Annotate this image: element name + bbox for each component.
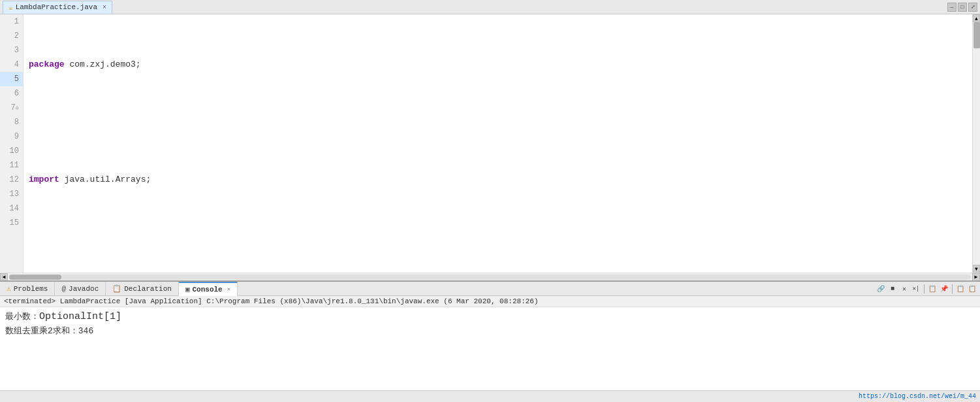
code-line-3: import java.util.Arrays; [29, 173, 972, 187]
toolbar-link-btn[interactable]: 🔗 [876, 284, 886, 294]
line-num-5: 5 [0, 72, 23, 86]
status-url[interactable]: https://blog.csdn.net/wei/m_44 [859, 393, 976, 400]
scroll-down-button[interactable]: ▼ [973, 265, 980, 273]
problems-icon: ⚠ [7, 284, 11, 293]
toolbar-separator2 [952, 284, 953, 293]
h-scroll-track [9, 275, 971, 280]
scroll-thumb[interactable] [973, 22, 980, 48]
line-num-1: 1 [0, 14, 23, 29]
toolbar-stop-btn[interactable]: ■ [887, 284, 898, 294]
code-line-1: package com.zxj.demo3; [29, 58, 972, 72]
tab-javadoc[interactable]: @ Javadoc [55, 282, 106, 296]
tab-close-button[interactable]: × [103, 4, 106, 11]
bottom-panel: ⚠ Problems @ Javadoc 📋 Declaration ▣ Con… [0, 280, 980, 390]
horizontal-scrollbar[interactable]: ◀ ▶ [0, 273, 980, 280]
console-line-2: 数组去重乘2求和：346 [5, 324, 975, 339]
problems-label: Problems [14, 285, 48, 293]
h-scroll-right-button[interactable]: ▶ [972, 273, 980, 281]
restore-button[interactable]: ⤢ [968, 3, 977, 12]
tab-declaration[interactable]: 📋 Declaration [106, 282, 179, 296]
line-num-8: 8 [0, 115, 23, 129]
maximize-button[interactable]: □ [958, 3, 967, 12]
scroll-up-button[interactable]: ▲ [973, 14, 980, 22]
line-num-9: 9 [0, 129, 23, 144]
editor-tab[interactable]: ☕ LambdaPractice.java × [3, 1, 112, 14]
line-num-6: 6 [0, 86, 23, 101]
tab-console[interactable]: ▣ Console ✕ [179, 282, 238, 296]
line-num-14: 14 [0, 201, 23, 216]
javadoc-icon: @ [61, 285, 66, 293]
toolbar-pin-btn[interactable]: 📌 [939, 284, 949, 294]
h-scroll-left-button[interactable]: ◀ [0, 273, 8, 281]
bottom-toolbar: 🔗 ■ ✕ ✕| 📋 📌 📋 📋 [876, 284, 980, 294]
console-label: Console [193, 286, 223, 293]
toolbar-view-btn[interactable]: 📋 [955, 284, 966, 294]
declaration-icon: 📋 [112, 284, 121, 293]
tab-bar: ☕ LambdaPractice.java × — □ ⤢ [0, 0, 980, 14]
console-terminated-text: <terminated> LambdaPractice [Java Applic… [4, 297, 539, 305]
console-close-icon[interactable]: ✕ [227, 286, 230, 293]
line-num-2: 2 [0, 29, 23, 43]
tab-label: LambdaPractice.java [16, 3, 97, 11]
toolbar-view2-btn[interactable]: 📋 [967, 284, 977, 294]
line-num-10: 10 [0, 144, 23, 158]
tab-problems[interactable]: ⚠ Problems [0, 282, 55, 296]
toolbar-terminate-btn[interactable]: ✕ [899, 284, 909, 294]
console-output-line2: 数组去重乘2求和：346 [5, 326, 93, 336]
toolbar-clear-btn[interactable]: 📋 [927, 284, 938, 294]
console-output-line1: 最小数：OptionalInt[1] [5, 312, 121, 322]
bottom-tab-bar: ⚠ Problems @ Javadoc 📋 Declaration ▣ Con… [0, 282, 980, 296]
line-num-11: 11 [0, 158, 23, 173]
console-header: <terminated> LambdaPractice [Java Applic… [0, 296, 980, 307]
editor-container: 1 2 3 4 5 6 7⊖ 8 9 10 11 12 13 14 15 pac… [0, 14, 980, 273]
vertical-scrollbar[interactable]: ▲ ▼ [972, 14, 980, 273]
line-num-12: 12 [0, 173, 23, 187]
code-editor[interactable]: 1 2 3 4 5 6 7⊖ 8 9 10 11 12 13 14 15 pac… [0, 14, 972, 273]
status-bar: https://blog.csdn.net/wei/m_44 [0, 390, 980, 402]
console-line-1: 最小数：OptionalInt[1] [5, 310, 975, 324]
console-icon: ▣ [185, 285, 190, 293]
window-controls: — □ ⤢ [947, 3, 980, 12]
line-num-13: 13 [0, 187, 23, 201]
line-num-3: 3 [0, 43, 23, 58]
declaration-label: Declaration [124, 285, 172, 293]
minimize-button[interactable]: — [947, 3, 956, 12]
scroll-track [973, 22, 980, 265]
line-num-4: 4 [0, 58, 23, 72]
h-scroll-thumb[interactable] [9, 275, 61, 280]
toolbar-separator [924, 284, 925, 293]
console-output: 最小数：OptionalInt[1] 数组去重乘2求和：346 [0, 307, 980, 341]
javadoc-label: Javadoc [69, 285, 99, 293]
code-line-4 [29, 230, 972, 244]
toolbar-terminate-all-btn[interactable]: ✕| [911, 284, 921, 294]
ide-window: ☕ LambdaPractice.java × — □ ⤢ 1 2 3 4 5 … [0, 0, 980, 402]
line-num-15: 15 [0, 216, 23, 230]
line-numbers: 1 2 3 4 5 6 7⊖ 8 9 10 11 12 13 14 15 [0, 14, 24, 273]
code-line-2 [29, 115, 972, 129]
code-content[interactable]: package com.zxj.demo3; import java.util.… [24, 14, 972, 273]
line-num-7: 7⊖ [0, 101, 23, 115]
file-icon: ☕ [8, 3, 13, 12]
